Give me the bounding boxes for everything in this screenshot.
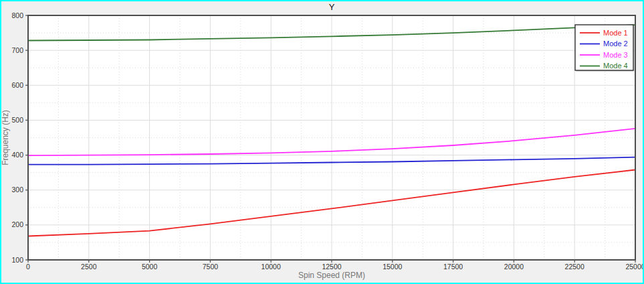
x-tick-label: 2500 bbox=[81, 263, 97, 271]
legend-label: Mode 3 bbox=[603, 51, 628, 59]
x-tick-label: 12500 bbox=[322, 263, 341, 271]
legend-label: Mode 1 bbox=[603, 29, 628, 37]
y-axis-label: Frequency (Hz) bbox=[1, 110, 10, 165]
y-tick-label: 100 bbox=[11, 256, 23, 264]
x-tick-label: 15000 bbox=[383, 263, 402, 271]
legend-label: Mode 2 bbox=[603, 40, 628, 48]
x-tick-label: 10000 bbox=[261, 263, 281, 271]
plot-window: 0250050007500100001250015000175002000022… bbox=[0, 0, 644, 284]
campbell-chart: 0250050007500100001250015000175002000022… bbox=[0, 0, 644, 284]
y-tick-label: 500 bbox=[11, 116, 23, 124]
x-tick-label: 17500 bbox=[443, 263, 463, 271]
y-tick-label: 300 bbox=[11, 186, 23, 194]
x-tick-label: 25000 bbox=[625, 263, 644, 271]
y-tick-label: 700 bbox=[11, 46, 23, 54]
legend: Mode 1Mode 2Mode 3Mode 4 bbox=[575, 25, 635, 72]
x-tick-label: 7500 bbox=[203, 263, 219, 271]
legend-label: Mode 4 bbox=[603, 62, 628, 70]
y-tick-label: 200 bbox=[11, 220, 23, 228]
x-tick-label: 0 bbox=[26, 263, 30, 271]
y-tick-label: 400 bbox=[11, 151, 23, 159]
x-tick-label: 5000 bbox=[142, 263, 158, 271]
y-tick-label: 600 bbox=[11, 81, 23, 89]
chart-title: Y bbox=[329, 2, 335, 12]
x-tick-label: 20000 bbox=[504, 263, 524, 271]
x-axis-label: Spin Speed (RPM) bbox=[298, 271, 365, 280]
x-tick-label: 22500 bbox=[565, 263, 584, 271]
y-tick-label: 800 bbox=[11, 11, 23, 19]
